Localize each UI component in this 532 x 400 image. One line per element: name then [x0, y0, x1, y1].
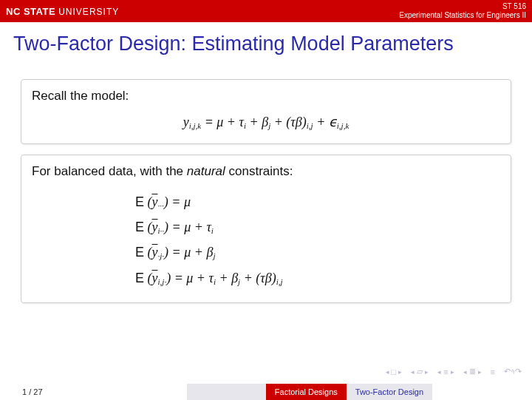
nav-slide-icon[interactable]: ◂□▸	[386, 367, 404, 376]
footer-bar: 1 / 27 Factorial Designs Two-Factor Desi…	[0, 384, 532, 400]
footer-section[interactable]: Factorial Designs	[266, 384, 347, 400]
model-equation: yi,j,k = μ + τi + βj + (τβ)i,j + ϵi,j,k	[32, 114, 500, 130]
course-info: ST 516 Experimental Statistics for Engin…	[399, 2, 526, 20]
course-code: ST 516	[399, 2, 526, 11]
header-bar: NC STATE UNIVERSITY ST 516 Experimental …	[0, 0, 532, 22]
constraints-block: For balanced data, with the natural cons…	[21, 155, 511, 303]
eq-line: E (yi,j·) = μ + τi + βj + (τβ)i,j	[135, 265, 500, 291]
eq-line: E (y···) = μ	[135, 189, 500, 214]
footer-spacer	[66, 384, 187, 400]
nav-appendix-icon[interactable]: ≡	[491, 367, 497, 376]
course-name: Experimental Statistics for Engineers II	[399, 11, 526, 20]
footer-spacer	[187, 384, 266, 400]
beamer-nav-symbols[interactable]: ◂□▸ ◂▱▸ ◂≡▸ ◂≣▸ ≡ ↶৭↷	[386, 367, 522, 376]
footer-subsection[interactable]: Two-Factor Design	[347, 384, 432, 400]
nav-frame-icon[interactable]: ◂▱▸	[411, 367, 430, 376]
institution-logo: NC STATE UNIVERSITY	[6, 6, 119, 17]
nav-subsection-icon[interactable]: ◂≣▸	[463, 367, 483, 376]
model-block: Recall the model: yi,j,k = μ + τi + βj +…	[21, 79, 511, 144]
nav-section-icon[interactable]: ◂≡▸	[437, 367, 455, 376]
eq-line: E (yi··) = μ + τi	[135, 214, 500, 240]
model-intro: Recall the model:	[32, 89, 500, 104]
footer-spacer	[432, 384, 532, 400]
logo-main: NC STATE	[6, 6, 55, 17]
page-counter: 1 / 27	[0, 384, 66, 400]
constraints-intro: For balanced data, with the natural cons…	[32, 164, 500, 179]
slide-content: Recall the model: yi,j,k = μ + τi + βj +…	[0, 60, 532, 303]
logo-sub: UNIVERSITY	[58, 7, 119, 17]
eq-line: E (y·j·) = μ + βj	[135, 240, 500, 265]
slide-title: Two-Factor Design: Estimating Model Para…	[0, 22, 532, 60]
expectation-equations: E (y···) = μ E (yi··) = μ + τi E (y·j·) …	[135, 189, 500, 291]
nav-back-forward-icon[interactable]: ↶৭↷	[504, 367, 522, 376]
